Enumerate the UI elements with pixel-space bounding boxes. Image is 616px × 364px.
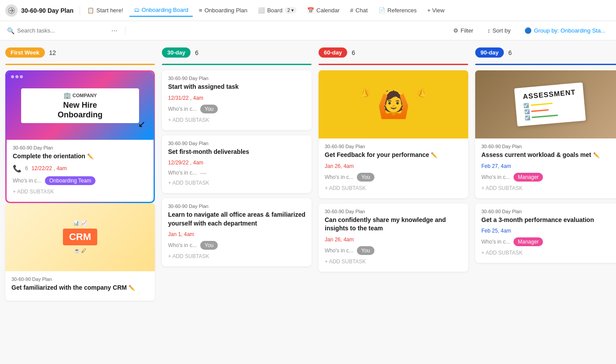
card-project-navigate: 30-60-90 Day Plan [168,204,305,209]
column-first-week: First Week 12 🏢 COMPANY [5,47,155,306]
edit-icon-feedback: ✏️ [431,152,437,158]
calendar-icon: 📅 [307,7,314,14]
card-date-row-deliverables: 12/29/22 , 4am [168,160,305,166]
card-title-text-assess: Assess current workload & goals met [481,151,591,158]
add-subtask-share[interactable]: + ADD SUBTASK [325,257,462,266]
add-subtask-deliverables[interactable]: + ADD SUBTASK [168,178,305,188]
company-icon: 🏢 [63,92,71,99]
column-count-first-week: 12 [49,49,56,56]
column-header-60: 60-day 6 [319,47,468,58]
filter-button[interactable]: ⚙ Filter [450,25,477,36]
nav-label-onboarding-board: Onboarding Board [142,7,188,13]
nav-label-start-here: Start here! [96,7,123,14]
card-date-orientation: 12/22/22 , 4am [32,165,67,171]
card-who-row-orientation: Who's in c... Onboarding Team [13,176,147,185]
toolbar: 🔍 ··· ⚙ Filter ↕ Sort by 🔵 Group by: Onb… [0,21,616,40]
more-options-button[interactable]: ··· [108,25,121,36]
nav-item-chat[interactable]: # Chat [346,4,372,16]
filter-icon: ⚙ [453,27,458,34]
onboarding-image: 🏢 COMPANY New HireOnboarding ↙ [7,72,154,140]
card-title-crm: Get familiarized with the company CRM ✏️ [11,284,149,292]
cursor-icon: ↙ [138,119,146,129]
who-badge-feedback: You [357,173,374,182]
perf-figure-icon: 🙆 [377,91,410,118]
search-input[interactable] [17,27,105,34]
who-badge-eval: Manager [513,237,543,246]
company-logo-row: 🏢 COMPANY [25,92,135,99]
nav-label-references: References [388,7,417,14]
dot-1 [11,75,14,78]
card-date-feedback: Jan 26, 4am [325,163,354,169]
column-tag-first-week: First Week [5,47,45,58]
card-who-row-assigned: Who's in c... You [168,105,305,113]
nav-label-onboarding-plan: Onboarding Plan [205,7,248,14]
column-line-60 [319,64,468,65]
add-subtask-assigned[interactable]: + ADD SUBTASK [168,115,305,125]
nav-item-calendar[interactable]: 📅 Calendar [303,4,344,16]
card-title-assess: Assess current workload & goals met ✏️ [481,151,616,160]
card-project-orientation: 30-60-90 Day Plan [13,145,147,150]
card-title-orientation: Complete the orientation ✏️ [13,152,147,161]
nav-item-onboarding-plan[interactable]: ≡ Onboarding Plan [194,4,252,16]
company-name-label: COMPANY [73,93,97,98]
card-deliverables: 30-60-90 Day Plan Set first-month delive… [162,135,312,193]
card-title-eval: Get a 3-month performance evaluation [481,216,616,225]
card-date-eval: Feb 25, 4am [481,228,511,234]
card-project-crm: 30-60-90 Day Plan [11,277,149,282]
group-icon: 🔵 [524,27,532,34]
who-badge-orientation: Onboarding Team [45,176,95,185]
add-subtask-feedback[interactable]: + ADD SUBTASK [325,183,462,193]
card-complete-orientation: 🏢 COMPANY New HireOnboarding ↙ 30-60-90 … [5,70,155,203]
sort-label: Sort by [492,27,510,34]
doc-icon: 📄 [378,7,385,14]
card-title-feedback: Get Feedback for your performance ✏️ [325,151,462,160]
card-navigate: 30-60-90 Day Plan Learn to navigate all … [162,198,312,266]
nav-label-chat: Chat [356,7,367,14]
add-subtask-navigate[interactable]: + ADD SUBTASK [168,251,305,261]
board-icon: 🗂 [134,7,139,13]
nav-item-references[interactable]: 📄 References [374,4,421,16]
card-project-assigned: 30-60-90 Day Plan [168,76,305,81]
who-badge-share: You [357,246,374,255]
onboarding-card-inner: 🏢 COMPANY New HireOnboarding [21,88,139,123]
list-icon: ≡ [199,7,202,14]
who-label-feedback: Who's in c... [325,174,353,180]
group-by-label: Group by: Onboarding Sta... [534,27,605,34]
add-subtask-eval[interactable]: + ADD SUBTASK [481,248,616,258]
card-body-crm: 30-60-90 Day Plan Get familiarized with … [5,271,155,301]
assessment-image: ASSESSMENT ☑️ ☑️ ☑️ [475,70,616,138]
card-date-row-share: Jan 26, 4am [325,237,462,243]
column-tag-90: 90-day [475,47,504,58]
card-project-share: 30-60-90 Day Plan [325,209,462,214]
nav-item-add-view[interactable]: + View [423,4,449,16]
card-body-share: 30-60-90 Day Plan Can confidently share … [319,204,468,272]
add-subtask-assess[interactable]: + ADD SUBTASK [481,183,616,193]
subtask-count: 6 [25,165,28,171]
card-date-share: Jan 26, 4am [325,237,354,243]
card-date-row-assigned: 12/31/22 , 4am [168,95,305,101]
sort-button[interactable]: ↕ Sort by [484,25,514,36]
edit-icon-orientation: ✏️ [87,153,94,160]
card-who-row-navigate: Who's in c... You [168,241,305,250]
sort-icon: ↕ [488,27,491,34]
nav-item-onboarding-board[interactable]: 🗂 Onboarding Board [129,4,193,17]
card-date-row-orientation: 📞 6 12/22/22 , 4am [13,164,147,173]
column-30-day: 30-day 6 30-60-90 Day Plan Start with as… [162,47,312,272]
card-assigned-task: 30-60-90 Day Plan Start with assigned ta… [162,70,312,130]
who-label-eval: Who's in c... [481,239,510,245]
who-label-deliverables: Who's in c... [168,170,197,176]
nav-item-board[interactable]: ⬜ Board 2 ▾ [253,4,301,16]
column-header-first-week: First Week 12 [5,47,155,58]
card-who-row-eval: Who's in c... Manager [481,237,616,246]
filter-label: Filter [461,27,473,34]
nav-label-board: Board [267,7,282,14]
nav-item-start-here[interactable]: 📋 Start here! [83,4,128,16]
who-label-assigned: Who's in c... [168,106,197,112]
card-feedback: 🙆 👍 👍 30-60-90 Day Plan Get Feedback for… [319,70,468,198]
card-body-assess: 30-60-90 Day Plan Assess current workloa… [475,138,616,198]
column-header-30: 30-day 6 [162,47,312,58]
group-by-button[interactable]: 🔵 Group by: Onboarding Sta... [521,25,609,36]
card-date-row-eval: Feb 25, 4am [481,228,616,234]
column-line-first-week [5,64,155,65]
add-subtask-orientation[interactable]: + ADD SUBTASK [13,187,147,197]
